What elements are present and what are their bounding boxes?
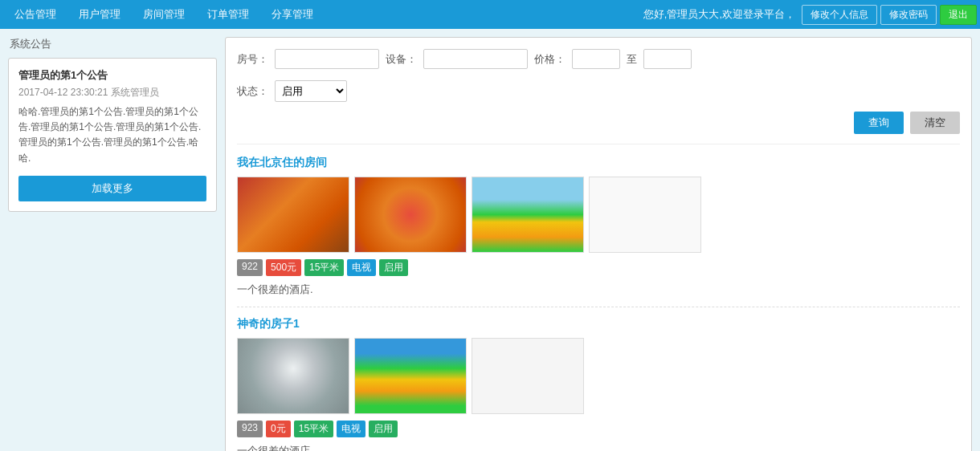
- announcement-title: 管理员的第1个公告: [18, 68, 206, 83]
- room-tags-2: 923 0元 15平米 电视 启用: [237, 421, 960, 437]
- room-img-1-4: [589, 177, 701, 253]
- announcement-card: 管理员的第1个公告 2017-04-12 23:30:21 系统管理员 哈哈.管…: [8, 58, 217, 212]
- to-label: 至: [627, 52, 637, 67]
- room-images-2: [237, 338, 960, 414]
- price-to-input[interactable]: [643, 49, 692, 69]
- change-password-btn[interactable]: 修改密码: [880, 5, 937, 25]
- tag-status-1: 启用: [379, 259, 408, 276]
- price-label: 价格：: [534, 52, 566, 67]
- room-img-2-2: [354, 338, 467, 414]
- nav-order-btn[interactable]: 订单管理: [196, 2, 260, 26]
- tag-device-1: 电视: [347, 259, 376, 276]
- tag-size-2: 15平米: [294, 421, 333, 437]
- room-desc-2: 一个很差的酒店.: [237, 444, 960, 451]
- nav-room-btn[interactable]: 房间管理: [132, 2, 196, 26]
- btn-row: 查询 清空: [237, 112, 960, 134]
- tag-price-2: 0元: [266, 421, 291, 437]
- room-title-2: 神奇的房子1: [237, 317, 960, 331]
- room-img-2-3: [472, 338, 584, 414]
- announcement-body: 哈哈.管理员的第1个公告.管理员的第1个公告.管理员的第1个公告.管理员的第1个…: [18, 104, 206, 166]
- room-images-1: [237, 177, 960, 253]
- tag-price-1: 500元: [266, 259, 301, 276]
- main-layout: 系统公告 管理员的第1个公告 2017-04-12 23:30:21 系统管理员…: [0, 29, 980, 451]
- tag-size-1: 15平米: [304, 259, 344, 276]
- load-more-btn[interactable]: 加载更多: [18, 176, 206, 201]
- logout-btn[interactable]: 退出: [940, 5, 977, 25]
- status-select[interactable]: 启用 禁用 全部: [275, 80, 347, 102]
- nav-user-text: 您好,管理员大大,欢迎登录平台，: [643, 7, 795, 22]
- search-row2: 状态： 启用 禁用 全部: [237, 80, 960, 102]
- room-tags-1: 922 500元 15平米 电视 启用: [237, 259, 960, 276]
- room-img-1-3: [472, 177, 584, 253]
- clear-btn[interactable]: 清空: [910, 112, 960, 134]
- query-btn[interactable]: 查询: [854, 112, 904, 134]
- tag-room-no-1: 922: [237, 259, 263, 276]
- room-no-input[interactable]: [275, 49, 379, 69]
- room-item-2: 神奇的房子1 923 0元 15平米 电视 启用 一个很差的酒店.: [237, 317, 960, 451]
- room-img-1-1: [237, 177, 349, 253]
- tag-room-no-2: 923: [237, 421, 263, 437]
- top-nav: 公告管理 用户管理 房间管理 订单管理 分享管理 您好,管理员大大,欢迎登录平台…: [0, 0, 980, 29]
- room-title-1: 我在北京住的房间: [237, 156, 960, 170]
- sidebar-title: 系统公告: [8, 37, 217, 51]
- device-label: 设备：: [386, 52, 417, 67]
- room-img-1-2: [354, 177, 467, 253]
- search-bar: 房号： 设备： 价格： 至 状态： 启用 禁用 全部 查询 清空: [237, 49, 960, 144]
- status-label: 状态：: [237, 84, 268, 99]
- room-desc-1: 一个很差的酒店.: [237, 282, 960, 297]
- nav-user-btn[interactable]: 用户管理: [67, 2, 132, 26]
- price-from-input[interactable]: [572, 49, 620, 69]
- search-row1: 房号： 设备： 价格： 至: [237, 49, 692, 69]
- room-no-label: 房号：: [237, 52, 268, 67]
- room-item-1: 我在北京住的房间 922 500元 15平米 电视 启用 一个很差的酒店.: [237, 156, 960, 307]
- content-area: 房号： 设备： 价格： 至 状态： 启用 禁用 全部 查询 清空: [225, 37, 972, 451]
- announcement-meta: 2017-04-12 23:30:21 系统管理员: [18, 86, 206, 100]
- tag-device-2: 电视: [337, 421, 365, 437]
- device-input[interactable]: [423, 49, 528, 69]
- nav-notice-btn[interactable]: 公告管理: [3, 2, 67, 26]
- nav-share-btn[interactable]: 分享管理: [260, 2, 325, 26]
- sidebar: 系统公告 管理员的第1个公告 2017-04-12 23:30:21 系统管理员…: [8, 37, 217, 451]
- room-img-2-1: [237, 338, 349, 414]
- edit-profile-btn[interactable]: 修改个人信息: [802, 5, 877, 25]
- tag-status-2: 启用: [369, 421, 398, 437]
